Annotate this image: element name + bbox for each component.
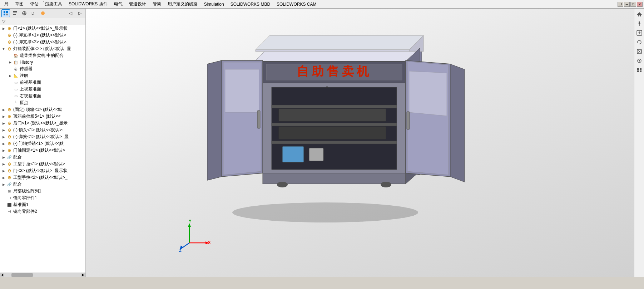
expand-icon[interactable]: ▶ (1, 155, 6, 160)
tree-label: 原点 (20, 100, 28, 106)
tree-label: 门<3> (默认<<默认>_显示状 (13, 168, 68, 174)
menu-sw-cam[interactable]: SOLIDWORKS CAM (274, 1, 319, 8)
expand-icon[interactable]: ▶ (7, 73, 13, 79)
tree-item[interactable]: ▶ 🔗 配合 (0, 181, 85, 188)
tree-item[interactable]: ▭ 右视基准面 (0, 93, 85, 99)
scroll-track[interactable] (4, 273, 81, 277)
menu-simulation[interactable]: Simulation (201, 1, 227, 8)
tree-item[interactable]: 🏠 蔬菜类售卖机 中的配合 (0, 52, 85, 59)
tree-item[interactable]: ▭ 前视基准面 (0, 79, 85, 86)
tree-item[interactable]: ▶ ⚙ (-) 锁头<1> (默认<<默认>: (0, 127, 85, 133)
minimize-btn[interactable]: ─ (624, 2, 630, 7)
part-icon: ⚙ (6, 168, 12, 174)
restore-btn[interactable]: ❐ (618, 2, 623, 7)
scene-fr-btn[interactable] (635, 47, 644, 56)
horizontal-scrollbar[interactable]: ◀ ▶ (0, 273, 85, 277)
dim-expert-btn[interactable]: D (29, 9, 38, 17)
expand-icon[interactable]: ▶ (1, 121, 6, 126)
expand-icon[interactable]: ▶ (1, 134, 6, 140)
tree-item[interactable]: ▶ ⚙ 门<1> (默认<<默认>_显示状 (0, 25, 85, 32)
tree-item[interactable]: ▶ ⚙ 工型手拉<1> (默认<<默认>_ (0, 161, 85, 167)
tree-item-history[interactable]: ▶ 📋 History (0, 59, 85, 65)
menu-xuanran[interactable]: 渲染工具 (42, 0, 65, 8)
menu-guandao[interactable]: 管道设计 (126, 0, 149, 8)
expand-icon[interactable]: ▶ (1, 148, 6, 153)
tree-item[interactable]: ▶ ⚙ 顶箱前挡板5<1> (默认<< (0, 113, 85, 120)
part-icon: ⚙ (6, 161, 12, 167)
expand-icon[interactable]: ▼ (1, 46, 6, 52)
tree-item[interactable]: ▶ ⚙ 工型手拉<2> (默认<<默认>_ (0, 174, 85, 181)
tree-item[interactable]: ⚙ (-) 脚支撑<2> (默认<<默认>. (0, 39, 85, 45)
menu-bar: 局 草图 评估 渲染工具 SOLIDWORKS 插件 电气 管道设计 管筒 用户… (0, 0, 644, 9)
tree-item[interactable]: ⬛ 基准面1 (0, 201, 85, 208)
expand-icon[interactable]: ▶ (1, 182, 6, 187)
svg-marker-68 (409, 71, 447, 116)
appearance-fr-btn[interactable] (635, 57, 644, 65)
expand-icon[interactable]: ▶ (1, 161, 6, 167)
tree-item[interactable]: ▶ 📐 注解 (0, 72, 85, 79)
tree-item[interactable]: ⊣ 镜向零部件1 (0, 195, 85, 201)
menu-caotu[interactable]: 草图 (12, 0, 26, 8)
menu-sw-plugin[interactable]: SOLIDWORKS 插件 (66, 0, 110, 8)
tree-item[interactable]: ▭ 上视基准面 (0, 86, 85, 93)
close-btn[interactable]: ✕ (637, 2, 643, 7)
annotation-icon: 📐 (13, 73, 19, 79)
part-icon: ⚙ (6, 121, 12, 126)
tree-item[interactable]: ◎ 传感器 (0, 65, 85, 72)
tree-item[interactable]: ▶ 🔗 配合 (0, 154, 85, 161)
history-icon: 📋 (13, 59, 19, 65)
feature-tree[interactable]: ▶ ⚙ 门<1> (默认<<默认>_显示状 ⚙ (-) 脚支撑<1> (默认<<… (0, 25, 85, 273)
tree-item[interactable]: ▶ ⚙ (-) 门轴插销<1> (默认<<默 (0, 140, 85, 147)
expand-icon[interactable]: ▶ (7, 59, 13, 65)
settings-fr-btn[interactable] (635, 66, 644, 74)
tree-item[interactable]: ▶ ⚙ (-) 弹簧<1> (默认<<默认>_显 (0, 133, 85, 140)
origin-icon: └ (13, 100, 19, 106)
property-manager-btn[interactable] (11, 9, 19, 17)
svg-rect-70 (407, 112, 410, 129)
svg-point-11 (41, 11, 45, 15)
expand-icon[interactable]: ▶ (1, 26, 6, 31)
appearance-manager-btn[interactable] (39, 9, 47, 17)
menu-sw-mbd[interactable]: SOLIDWORKS MBD (228, 1, 273, 8)
left-panel: D ◁ ▷ ▽ ▶ ⚙ 门<1> (默认<<默认>_显示状 ⚙ (0, 9, 86, 277)
expand-right-btn[interactable]: ▷ (75, 9, 84, 17)
svg-rect-54 (282, 146, 304, 162)
tree-item[interactable]: ⚙ (-) 脚支撑<1> (默认<<默认> (0, 32, 85, 39)
menu-pinggu[interactable]: 评估 (27, 0, 41, 8)
tree-item[interactable]: ▶ ⚙ 门<3> (默认<<默认>_显示状 (0, 167, 85, 174)
filter-icon[interactable]: ▽ (2, 19, 5, 24)
tree-item[interactable]: └ 原点 (0, 99, 85, 106)
maximize-btn[interactable]: □ (630, 2, 636, 7)
tree-item[interactable]: ▶ ⚙ (固定) 顶箱<1> (默认<<默 (0, 106, 85, 113)
expand-icon[interactable]: ▶ (1, 168, 6, 174)
menu-guan[interactable]: 管筒 (150, 0, 164, 8)
scroll-left-btn[interactable]: ◀ (0, 273, 4, 277)
expand-icon[interactable]: ▶ (1, 175, 6, 181)
menu-ju[interactable]: 局 (1, 0, 11, 8)
left-toolbar: D ◁ ▷ (0, 9, 85, 18)
feature-manager-btn[interactable] (1, 9, 10, 17)
collapse-left-btn[interactable]: ◁ (66, 9, 75, 17)
tree-label: 上视基准面 (20, 86, 41, 92)
menu-custom-line[interactable]: 用户定义的线路 (165, 0, 200, 8)
scroll-thumb[interactable] (11, 273, 33, 277)
pin-fr-btn[interactable] (635, 19, 644, 28)
expand-icon[interactable]: ▶ (1, 127, 6, 133)
tree-item[interactable]: ▶ ⚙ 后门<1> (默认<<默认>_显示 (0, 120, 85, 127)
rotate-fr-btn[interactable] (635, 38, 644, 46)
expand-icon[interactable]: ▶ (1, 114, 6, 119)
scroll-right-btn[interactable]: ▶ (81, 273, 85, 277)
expand-icon[interactable]: ▶ (1, 141, 6, 147)
tree-item[interactable]: ▶ ⚙ 门轴固定<1> (默认<<默认> (0, 147, 85, 154)
tree-item[interactable]: ⊣ 镜向零部件2 (0, 208, 85, 215)
viewport-3d[interactable]: 自助售卖机 (86, 9, 644, 277)
expand-icon[interactable]: ▶ (1, 107, 6, 113)
tree-item[interactable]: ⊞ 局部线性阵列1 (0, 188, 85, 195)
config-manager-btn[interactable] (20, 9, 29, 17)
home-fr-btn[interactable] (635, 10, 644, 19)
zoom-fr-btn[interactable] (635, 29, 644, 37)
svg-point-95 (639, 60, 640, 62)
menu-dianqi[interactable]: 电气 (111, 0, 125, 8)
main-layout: D ◁ ▷ ▽ ▶ ⚙ 门<1> (默认<<默认>_显示状 ⚙ (0, 9, 644, 277)
tree-item[interactable]: ▼ ⚙ 灯箱装配体<2> (默认<默认_显 (0, 45, 85, 52)
